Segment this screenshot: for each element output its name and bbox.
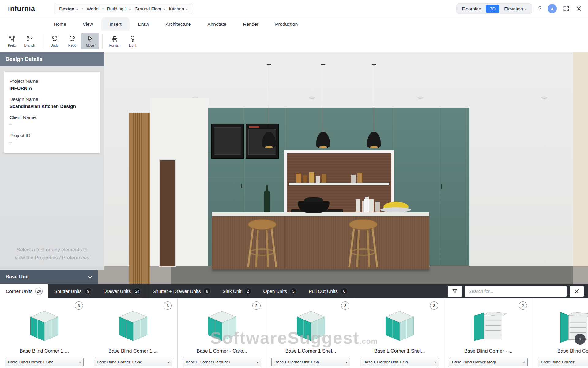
base-unit-group-header[interactable]: Base Unit: [0, 270, 98, 284]
catalog-card[interactable]: 2 Base L Corner - Caro... Base L Corner …: [178, 298, 266, 368]
catalog-card[interactable]: 3 Base L Corner 1 Shel... Base L Corner …: [266, 298, 355, 368]
topbar-actions: Floorplan 3D Elevation ? A: [456, 3, 588, 14]
card-title: Base Blind Corner 1 ...: [92, 348, 174, 354]
move-button[interactable]: Move: [81, 33, 99, 49]
client-name-value: –: [9, 122, 95, 127]
render-bar-stool: [346, 218, 380, 270]
corner-cabinet-icon: [178, 308, 266, 343]
panel-hint-text: Select a tool or any elements to view th…: [0, 246, 104, 262]
topbar: infurnia Design World Building 1 Ground …: [0, 0, 588, 17]
clear-search-button[interactable]: [570, 286, 584, 297]
breadcrumb-dot-icon: [102, 8, 104, 9]
card-title: Base Blind Corner - ...: [447, 348, 530, 354]
catalog-card[interactable]: Base Blind Corn... Base Blind Corner: [533, 298, 588, 368]
preferences-button[interactable]: Pref..: [3, 33, 21, 49]
tool-ribbon: Pref.. Branch Undo Redo Move: [0, 31, 588, 52]
breadcrumb-building[interactable]: Building 1: [107, 6, 131, 11]
help-icon[interactable]: ?: [538, 5, 541, 12]
corner-cabinet-icon: [266, 308, 355, 343]
category-pull-out-units[interactable]: Pull Out Units 6: [303, 284, 354, 298]
catalog-card[interactable]: 3 Base Blind Corner 1 ... Base Blind Cor…: [89, 298, 178, 368]
render-dispenser: [364, 199, 369, 212]
card-title: Base Blind Corn...: [536, 348, 588, 354]
catalog-card[interactable]: 3 Base L Corner 1 Shel... Base L Corner …: [355, 298, 444, 368]
clear-icon: [574, 289, 579, 294]
card-variant-dropdown[interactable]: Base Blind Corner Magi: [449, 358, 528, 366]
render-island-countertop: [212, 212, 429, 216]
breadcrumb-room[interactable]: Kitchen: [169, 6, 188, 11]
breadcrumb-floor[interactable]: Ground Floor: [134, 6, 165, 11]
view-floorplan-button[interactable]: Floorplan: [458, 5, 485, 13]
tab-view[interactable]: View: [74, 17, 101, 31]
count-badge: 8: [203, 288, 211, 295]
category-corner-units[interactable]: Corner Units 20: [0, 284, 48, 298]
render-ceiling-light: [309, 97, 315, 99]
render-ceiling-light: [417, 97, 424, 99]
project-id-value: –: [9, 140, 95, 145]
avatar[interactable]: A: [548, 4, 557, 13]
filter-button[interactable]: [448, 286, 462, 297]
view-3d-button[interactable]: 3D: [486, 5, 499, 13]
filter-icon: [452, 289, 458, 294]
render-door: [159, 159, 176, 267]
catalog-cards-strip: 3 Base Blind Corner 1 ... Base Blind Cor…: [0, 298, 588, 368]
undo-button[interactable]: Undo: [46, 33, 63, 49]
selected-variant: Base Blind Corner 1 She: [97, 360, 142, 364]
corner-cabinet-icon: [0, 308, 89, 343]
light-icon: [129, 35, 136, 42]
render-wood-slat-panel: [129, 113, 150, 298]
breadcrumb-design[interactable]: Design: [59, 6, 78, 11]
category-sink-unit[interactable]: Sink Unit 2: [217, 284, 257, 298]
corner-cabinet-icon: [355, 308, 444, 343]
category-drawer-units[interactable]: Drawer Units 24: [98, 284, 147, 298]
undo-icon: [51, 35, 58, 42]
card-variant-dropdown[interactable]: Base L Corner Unit 1 Sh: [271, 358, 350, 366]
tab-annotate[interactable]: Annotate: [199, 17, 235, 31]
card-variant-dropdown[interactable]: Base Blind Corner: [538, 358, 588, 366]
project-name-label: Project Name:: [9, 79, 95, 84]
design-name-label: Design Name:: [9, 97, 95, 102]
category-shutter-drawer-units[interactable]: Shutter + Drawer Units 8: [147, 284, 217, 298]
tab-insert[interactable]: Insert: [101, 17, 130, 31]
cursor-icon: [87, 35, 93, 42]
count-badge: 24: [134, 288, 141, 295]
close-icon[interactable]: [576, 6, 582, 12]
catalog-category-bar: Corner Units 20 Shutter Units 9 Drawer U…: [0, 284, 588, 298]
furnish-button[interactable]: Furnish: [106, 33, 124, 49]
tab-home[interactable]: Home: [45, 17, 74, 31]
tab-render[interactable]: Render: [235, 17, 267, 31]
breadcrumb: Design World Building 1 Ground Floor Kit…: [54, 3, 193, 14]
menu-bar: Home View Insert Draw Architecture Annot…: [0, 17, 588, 31]
breadcrumb-world[interactable]: World: [87, 6, 99, 11]
card-variant-dropdown[interactable]: Base L Corner Carousel: [183, 358, 261, 366]
count-badge: 6: [341, 288, 348, 295]
render-fruit-bowl: [380, 207, 411, 212]
view-elevation-button[interactable]: Elevation: [500, 5, 530, 13]
tab-production[interactable]: Production: [267, 17, 306, 31]
card-variant-dropdown[interactable]: Base Blind Corner 1 She: [94, 358, 172, 366]
branch-button[interactable]: Branch: [21, 33, 39, 49]
app-root: infurnia Design World Building 1 Ground …: [0, 0, 588, 368]
catalog-card[interactable]: 3 Base Blind Corner 1 ... Base Blind Cor…: [0, 298, 89, 368]
redo-button[interactable]: Redo: [63, 33, 81, 49]
furnish-icon: [111, 35, 118, 42]
render-island-front: [212, 216, 429, 269]
client-name-label: Client Name:: [9, 115, 95, 120]
toolbar-divider: [42, 34, 42, 48]
card-variant-dropdown[interactable]: Base Blind Corner 1 She: [5, 358, 84, 366]
search-input[interactable]: [465, 286, 567, 297]
tab-architecture[interactable]: Architecture: [157, 17, 199, 31]
toolbar-divider: [102, 34, 103, 48]
category-open-units[interactable]: Open Units 5: [257, 284, 303, 298]
catalog-card[interactable]: 2 Base Blind Corner - ... Base Blind Cor…: [444, 298, 533, 368]
card-title: Base L Corner 1 Shel...: [358, 348, 441, 354]
next-arrow-button[interactable]: ›: [575, 334, 586, 345]
card-variant-dropdown[interactable]: Base L Corner Unit 1 Sh: [360, 358, 439, 366]
category-shutter-units[interactable]: Shutter Units 9: [48, 284, 98, 298]
count-badge: 20: [35, 288, 43, 295]
tab-draw[interactable]: Draw: [130, 17, 157, 31]
selected-variant: Base L Corner Carousel: [186, 360, 230, 364]
card-title: Base Blind Corner 1 ...: [3, 348, 85, 354]
fullscreen-icon[interactable]: [563, 5, 570, 12]
light-button[interactable]: Light: [124, 33, 141, 49]
